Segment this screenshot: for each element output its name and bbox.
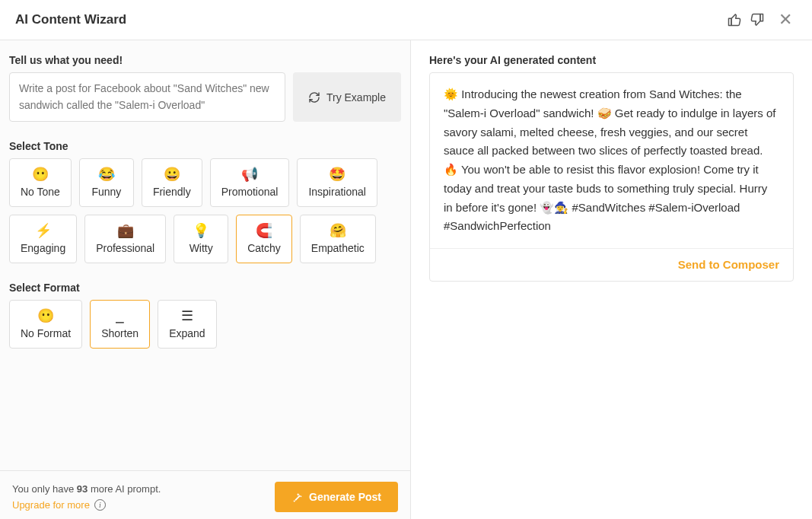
wand-icon	[291, 492, 303, 503]
prompt-input[interactable]	[9, 72, 285, 122]
tone-label: Catchy	[247, 242, 281, 254]
send-to-composer-button[interactable]: Send to Composer	[678, 258, 779, 271]
tone-emoji: 💼	[117, 224, 134, 237]
upgrade-link[interactable]: Upgrade for more i	[12, 499, 106, 511]
tone-emoji: 🤩	[329, 167, 345, 181]
tone-label: Promotional	[221, 186, 279, 198]
format-emoji: ⎯	[116, 309, 124, 323]
format-emoji: 😶	[37, 309, 54, 323]
tone-emoji: 😂	[98, 167, 115, 181]
upgrade-label: Upgrade for more	[12, 499, 90, 511]
page-title: AI Content Wizard	[15, 12, 126, 27]
output-content: 🌞 Introducing the newest creation from S…	[430, 73, 793, 248]
tone-option-friendly[interactable]: 😀Friendly	[142, 158, 202, 207]
tone-option-no-tone[interactable]: 😶No Tone	[9, 158, 72, 207]
tone-label: Inspirational	[308, 186, 366, 198]
tone-emoji: 🤗	[330, 224, 346, 237]
output-label: Here's your AI generated content	[429, 54, 794, 66]
close-icon[interactable]: ✕	[774, 11, 797, 28]
tone-label: Witty	[189, 242, 213, 254]
format-option-shorten[interactable]: ⎯Shorten	[90, 300, 150, 349]
tone-emoji: 📢	[241, 167, 258, 181]
try-example-label: Try Example	[326, 91, 386, 103]
prompt-count-info: You only have 93 more AI prompt.	[12, 483, 161, 495]
format-option-no-format[interactable]: 😶No Format	[9, 300, 82, 349]
generate-post-button[interactable]: Generate Post	[275, 482, 398, 512]
prompt-count: 93	[77, 483, 88, 495]
tone-emoji: ⚡	[35, 224, 52, 237]
tone-label: Empathetic	[311, 242, 365, 254]
info-icon: i	[94, 499, 106, 511]
tone-emoji: 😶	[32, 167, 49, 181]
main-content: Tell us what you need! Try Example Selec…	[0, 40, 812, 519]
tone-option-funny[interactable]: 😂Funny	[79, 158, 134, 207]
try-example-button[interactable]: Try Example	[293, 72, 401, 122]
tone-option-promotional[interactable]: 📢Promotional	[210, 158, 290, 207]
prompt-label: Tell us what you need!	[9, 54, 401, 66]
left-panel: Tell us what you need! Try Example Selec…	[0, 40, 411, 519]
tone-label: Engaging	[21, 242, 65, 254]
format-label: Shorten	[101, 327, 139, 339]
format-section-label: Select Format	[9, 282, 401, 294]
header-actions: ✕	[724, 9, 797, 30]
tone-option-engaging[interactable]: ⚡Engaging	[9, 215, 77, 263]
format-option-expand[interactable]: ☰Expand	[158, 300, 216, 349]
tone-label: No Tone	[21, 186, 60, 198]
tone-option-inspirational[interactable]: 🤩Inspirational	[297, 158, 377, 207]
tone-option-empathetic[interactable]: 🤗Empathetic	[300, 215, 376, 263]
refresh-icon	[308, 91, 320, 103]
tone-option-professional[interactable]: 💼Professional	[84, 215, 166, 263]
prompt-count-suffix: more AI prompt.	[88, 483, 161, 495]
prompt-count-prefix: You only have	[12, 483, 77, 495]
feedback-thumbs	[724, 9, 768, 30]
tone-option-catchy[interactable]: 🧲Catchy	[236, 215, 292, 263]
format-emoji: ☰	[181, 309, 193, 323]
thumbs-up-icon[interactable]	[724, 9, 745, 30]
tone-emoji: 🧲	[256, 224, 272, 237]
tone-section-label: Select Tone	[9, 140, 401, 152]
tone-label: Funny	[91, 186, 121, 198]
header-bar: AI Content Wizard ✕	[0, 0, 812, 40]
tone-emoji: 😀	[164, 167, 180, 181]
tone-grid: 😶No Tone😂Funny😀Friendly📢Promotional🤩Insp…	[9, 158, 401, 263]
format-grid: 😶No Format⎯Shorten☰Expand	[9, 300, 401, 349]
format-label: Expand	[169, 327, 205, 339]
tone-emoji: 💡	[193, 224, 209, 237]
thumbs-down-icon[interactable]	[747, 9, 768, 30]
tone-label: Friendly	[153, 186, 191, 198]
tone-label: Professional	[96, 242, 154, 254]
format-label: No Format	[21, 327, 71, 339]
tone-option-witty[interactable]: 💡Witty	[174, 215, 228, 263]
bottom-bar: You only have 93 more AI prompt. Upgrade…	[0, 470, 410, 519]
output-box: 🌞 Introducing the newest creation from S…	[429, 72, 794, 282]
generate-label: Generate Post	[309, 491, 381, 503]
right-panel: Here's your AI generated content 🌞 Intro…	[411, 40, 812, 519]
